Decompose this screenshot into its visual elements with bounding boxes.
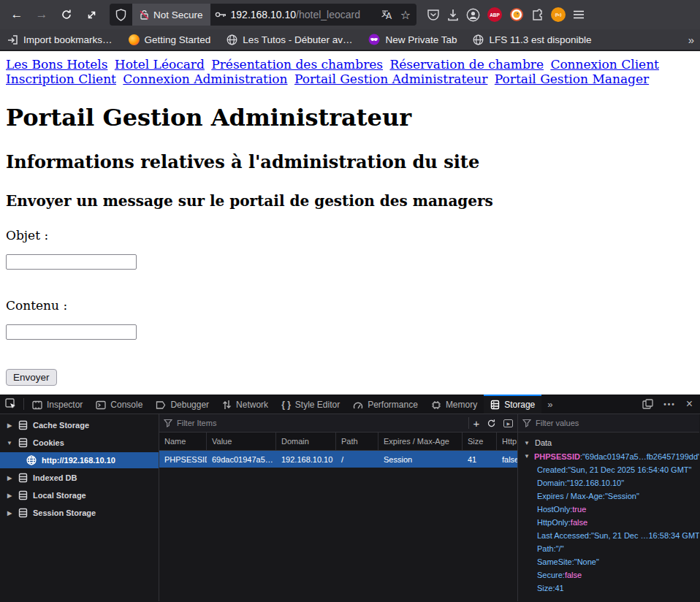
url-path: /hotel_leocard: [296, 9, 360, 20]
bookmark-getting-started[interactable]: Getting Started: [129, 34, 211, 45]
nav-link-portail-gestion-administrateur[interactable]: Portail Gestion Administrateur: [294, 72, 487, 86]
storage-icon: [490, 400, 500, 410]
menu-icon[interactable]: [573, 9, 585, 20]
tab-label: Inspector: [47, 400, 83, 410]
filter-items-input[interactable]: [177, 419, 464, 427]
sidebar-item-indexed-db[interactable]: ▶ Indexed DB: [0, 470, 159, 486]
broken-lock-icon: [140, 9, 149, 20]
data-section-header[interactable]: ▼ Data: [518, 435, 699, 450]
collapsed-arrow-icon[interactable]: ▶: [6, 492, 13, 499]
tab-performance[interactable]: Performance: [346, 395, 425, 414]
site-navigation: Les Bons Hotels Hotel Léocard Présentati…: [6, 57, 694, 86]
detail-entry-domain: Domain:"192.168.10.10": [518, 476, 699, 489]
pocket-icon[interactable]: [427, 8, 440, 21]
url-text: 192.168.10.10/hotel_leocard: [231, 9, 360, 20]
reload-button[interactable]: [56, 4, 77, 26]
cell-value: 69dac01947a5…: [207, 455, 276, 464]
tab-network[interactable]: Network: [216, 395, 275, 414]
cookie-detail-root[interactable]: ▼ PHPSESSID:"69dac01947a5…fb26457199dd": [518, 450, 699, 463]
tab-style-editor[interactable]: { } Style Editor: [275, 395, 346, 414]
tab-storage[interactable]: Storage: [484, 395, 541, 414]
bookmarks-overflow-chevron[interactable]: »: [688, 34, 693, 46]
nav-link-presentation-chambres[interactable]: Présentation des chambres: [211, 57, 383, 72]
bookmark-new-private-tab[interactable]: New Private Tab: [368, 34, 457, 45]
adblock-plus-icon[interactable]: ABP: [487, 7, 502, 22]
devtools-menu-icon[interactable]: •••: [663, 400, 676, 408]
collapsed-arrow-icon[interactable]: ▶: [6, 475, 13, 481]
extensions-puzzle-icon[interactable]: [531, 9, 544, 21]
nav-link-reservation-chambre[interactable]: Réservation de chambre: [389, 57, 544, 72]
dock-options-icon[interactable]: [642, 399, 653, 409]
sidebar-label: Cache Storage: [33, 421, 89, 430]
downloads-icon[interactable]: [447, 9, 459, 21]
bookmark-les-tutos[interactable]: Les Tutos - Débuter av…: [227, 34, 352, 45]
bookmark-star-icon[interactable]: ☆: [400, 8, 411, 22]
sidebar-item-local-storage[interactable]: ▶ Local Storage: [0, 487, 159, 503]
nav-link-hotel-leocard[interactable]: Hotel Léocard: [115, 57, 205, 72]
privacy-extension-icon[interactable]: (f+): [551, 7, 566, 22]
refresh-icon[interactable]: [487, 419, 496, 428]
globe-icon: [227, 34, 237, 45]
duckduckgo-icon[interactable]: [509, 7, 524, 22]
account-icon[interactable]: [466, 8, 480, 22]
envoyer-button[interactable]: Envoyer: [6, 369, 57, 386]
url-bar[interactable]: Not Secure 192.168.10.10/hotel_leocard A…: [110, 4, 416, 26]
sidebar-item-cache-storage[interactable]: ▶ Cache Storage: [0, 417, 159, 433]
bookmark-lfs[interactable]: LFS 11.3 est disponible: [473, 34, 591, 45]
translate-icon[interactable]: A: [381, 9, 393, 20]
sidebar-item-session-storage[interactable]: ▶ Session Storage: [0, 505, 159, 521]
storage-type-icon: [18, 508, 28, 518]
browser-toolbar: ← → Not Secure 192.168.10.10/hotel_leoca…: [0, 0, 700, 29]
col-header-value[interactable]: Value: [207, 433, 276, 450]
col-header-httponly[interactable]: Http: [497, 433, 517, 450]
tabs-overflow-chevron[interactable]: »: [541, 395, 558, 414]
not-secure-chip[interactable]: Not Secure: [132, 4, 210, 26]
nav-link-connexion-client[interactable]: Connexion Client: [550, 57, 659, 72]
toggle-sidebar-icon[interactable]: ▶: [503, 419, 513, 427]
col-header-name[interactable]: Name: [159, 433, 207, 450]
objet-input[interactable]: [6, 254, 137, 270]
collapsed-arrow-icon[interactable]: ▶: [6, 422, 13, 429]
inspector-icon: [32, 400, 42, 410]
contenu-input[interactable]: [6, 324, 137, 340]
forward-button[interactable]: →: [31, 4, 53, 26]
add-item-icon[interactable]: +: [473, 418, 480, 429]
back-button[interactable]: ←: [6, 4, 28, 26]
filter-values-input[interactable]: [536, 419, 695, 427]
bookmark-import[interactable]: Import bookmarks…: [7, 34, 113, 45]
collapsed-arrow-icon[interactable]: ▶: [6, 510, 13, 517]
sidebar-label: Session Storage: [33, 508, 96, 517]
sidebar-item-cookie-host[interactable]: http://192.168.10.10: [0, 452, 159, 468]
key-icon[interactable]: [215, 10, 227, 19]
shield-icon[interactable]: [115, 9, 126, 21]
network-icon: [222, 400, 232, 410]
col-header-size[interactable]: Size: [463, 433, 497, 450]
sidebar-label: Local Storage: [33, 491, 86, 500]
col-header-domain[interactable]: Domain: [276, 433, 336, 450]
nav-link-portail-gestion-manager[interactable]: Portail Gestion Manager: [495, 72, 649, 86]
pick-element-button[interactable]: [0, 395, 22, 414]
nav-link-les-bons-hotels[interactable]: Les Bons Hotels: [6, 57, 107, 72]
fullscreen-button[interactable]: [80, 4, 102, 26]
cookies-table-pane: + ▶ Name Value Domain Path Expires / Max…: [159, 414, 518, 601]
nav-link-connexion-administration[interactable]: Connexion Administration: [123, 72, 287, 86]
tab-inspector[interactable]: Inspector: [26, 395, 89, 414]
firefox-icon: [129, 34, 140, 45]
detail-value: true: [572, 505, 586, 514]
col-header-path[interactable]: Path: [336, 433, 378, 450]
detail-key: HostOnly:: [537, 505, 572, 514]
devtools-close-icon[interactable]: ×: [686, 397, 693, 411]
col-header-expires[interactable]: Expires / Max-Age: [378, 433, 463, 450]
detail-cookie-value: :"69dac01947a5…fb26457199dd": [580, 452, 699, 461]
tab-memory[interactable]: Memory: [425, 395, 484, 414]
devtools-panel: Inspector Console Debugger Network { } S…: [0, 395, 700, 602]
storage-panel: ▶ Cache Storage ▼ Cookies http://192.168…: [0, 414, 700, 601]
sidebar-item-cookies[interactable]: ▼ Cookies: [0, 435, 159, 451]
cell-expires: Session: [378, 455, 463, 464]
expanded-arrow-icon[interactable]: ▼: [6, 440, 13, 446]
detail-value: "192.168.10.10": [567, 479, 624, 487]
nav-link-inscription-client[interactable]: Inscription Client: [6, 72, 116, 86]
cookie-row-phpsessid[interactable]: PHPSESSID 69dac01947a5… 192.168.10.10 / …: [159, 451, 517, 468]
tab-debugger[interactable]: Debugger: [149, 395, 216, 414]
tab-console[interactable]: Console: [89, 395, 149, 414]
